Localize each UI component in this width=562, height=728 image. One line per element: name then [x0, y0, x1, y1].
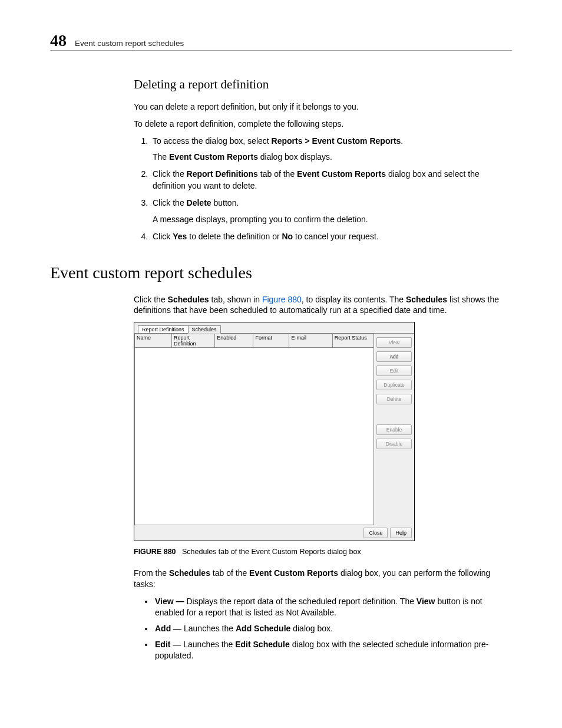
col-name[interactable]: Name	[134, 334, 171, 348]
col-report-definition[interactable]: Report Definition	[171, 334, 214, 348]
figure-link[interactable]: Figure 880	[262, 295, 302, 304]
dialog-tabs: Report Definitions Schedules	[134, 322, 414, 333]
page-header: 48 Event custom report schedules	[50, 32, 512, 51]
enable-button[interactable]: Enable	[376, 424, 412, 435]
step-sub: The Event Custom Reports dialog box disp…	[153, 151, 512, 163]
view-button[interactable]: View	[376, 337, 412, 348]
edit-button[interactable]: Edit	[376, 365, 412, 376]
help-button[interactable]: Help	[390, 528, 412, 538]
step-1: To access the dialog box, select Reports…	[150, 136, 512, 163]
dialog-body: Name Report Definition Enabled Format E-…	[134, 333, 414, 525]
step-4: Click Yes to delete the definition or No…	[150, 231, 512, 243]
paragraph: You can delete a report definition, but …	[134, 101, 512, 113]
button-gap	[376, 408, 412, 424]
dialog-side-buttons: View Add Edit Duplicate Delete Enable Di…	[374, 334, 414, 525]
schedules-table: Name Report Definition Enabled Format E-…	[134, 334, 374, 525]
paragraph: To delete a report definition, complete …	[134, 118, 512, 130]
table-header-row: Name Report Definition Enabled Format E-…	[134, 334, 374, 348]
duplicate-button[interactable]: Duplicate	[376, 380, 412, 390]
paragraph: From the Schedules tab of the Event Cust…	[134, 568, 512, 590]
section-schedules-body: Click the Schedules tab, shown in Figure…	[134, 294, 512, 661]
heading-schedules: Event custom report schedules	[50, 263, 512, 282]
section-schedules: Event custom report schedules	[50, 263, 512, 282]
add-button[interactable]: Add	[376, 351, 412, 362]
col-format[interactable]: Format	[253, 334, 289, 348]
disable-button[interactable]: Disable	[376, 439, 412, 449]
close-button[interactable]: Close	[363, 528, 388, 538]
table-body-empty[interactable]	[134, 348, 374, 525]
heading-deleting: Deleting a report definition	[134, 77, 512, 92]
col-email[interactable]: E-mail	[289, 334, 332, 348]
bullet-add: Add — Launches the Add Schedule dialog b…	[154, 623, 512, 634]
step-sub: A message displays, prompting you to con…	[153, 214, 512, 225]
paragraph: Click the Schedules tab, shown in Figure…	[134, 294, 512, 317]
steps-list: To access the dialog box, select Reports…	[134, 136, 512, 243]
step-3: Click the Delete button. A message displ…	[150, 197, 512, 225]
col-enabled[interactable]: Enabled	[214, 334, 253, 348]
tasks-list: View — Displays the report data of the s…	[134, 596, 512, 661]
event-custom-reports-dialog: Report Definitions Schedules Name Report…	[134, 322, 415, 541]
dialog-bottom-buttons: Close Help	[134, 525, 414, 541]
col-report-status[interactable]: Report Status	[332, 334, 374, 348]
bullet-edit: Edit — Launches the Edit Schedule dialog…	[154, 639, 512, 661]
figure-880: Report Definitions Schedules Name Report…	[134, 322, 512, 541]
document-page: 48 Event custom report schedules Deletin…	[0, 0, 562, 713]
header-title: Event custom report schedules	[75, 39, 184, 48]
chapter-number: 48	[50, 32, 67, 49]
delete-button[interactable]: Delete	[376, 394, 412, 404]
figure-label: FIGURE 880	[134, 548, 176, 556]
bullet-view: View — Displays the report data of the s…	[154, 596, 512, 618]
figure-caption: FIGURE 880 Schedules tab of the Event Cu…	[134, 547, 512, 557]
section-deleting: Deleting a report definition You can del…	[134, 77, 512, 243]
tab-report-definitions[interactable]: Report Definitions	[138, 325, 189, 334]
tab-schedules[interactable]: Schedules	[188, 325, 221, 334]
step-2: Click the Report Definitions tab of the …	[150, 169, 512, 192]
